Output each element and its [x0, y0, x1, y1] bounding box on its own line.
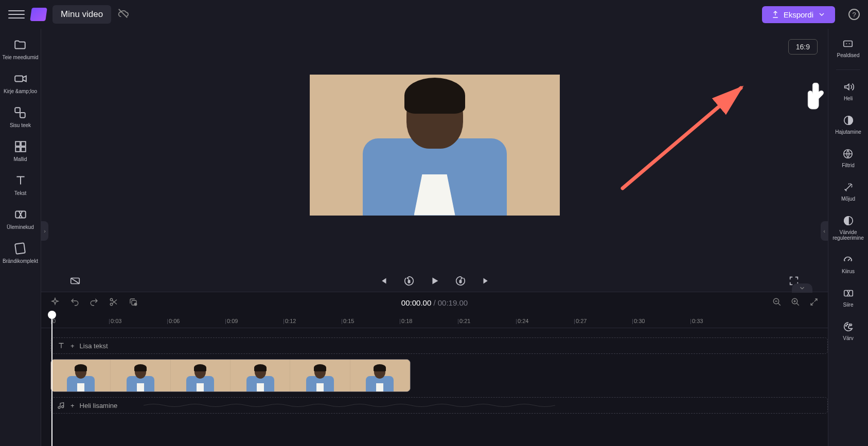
svg-rect-8 — [15, 243, 26, 254]
total-time: 00:19.00 — [438, 298, 468, 307]
svg-rect-2 — [20, 113, 25, 118]
sidebar-label: Hajutamine — [835, 129, 861, 135]
sidebar-label: Tekst — [14, 190, 26, 197]
right-sidebar: Pealdised Heli Hajutamine Filtrid Mõjud … — [828, 29, 868, 446]
audio-track-label: Heli lisamine — [80, 402, 118, 409]
text-track[interactable]: + Lisa tekst — [50, 337, 828, 354]
help-icon[interactable]: ? — [848, 9, 860, 20]
sidebar-label: Heli — [844, 96, 853, 101]
collapse-timeline-icon[interactable] — [792, 283, 812, 293]
skip-end-icon[interactable] — [481, 275, 492, 287]
video-track[interactable] — [50, 359, 828, 392]
sidebar-label: Üleminekud — [7, 224, 34, 230]
collapse-right-panel[interactable]: ‹ — [821, 221, 828, 241]
sidebar-item-color[interactable]: Värv — [843, 321, 854, 341]
sidebar-label: Sisu teek — [10, 122, 31, 129]
zoom-out-icon[interactable] — [772, 297, 782, 309]
ruler-tick: 0:12 — [285, 318, 296, 324]
video-canvas[interactable] — [310, 75, 560, 216]
ruler-tick: 0:06 — [169, 318, 180, 324]
sidebar-item-media[interactable]: Teie meediumid — [2, 38, 38, 61]
center-panel: 16:9 5 5 — [41, 29, 828, 446]
svg-text:5: 5 — [408, 279, 410, 284]
ruler-tick: 0:21 — [459, 318, 470, 324]
auto-compose-icon[interactable] — [50, 297, 60, 309]
export-label: Ekspordi — [784, 10, 813, 19]
menu-icon[interactable] — [8, 6, 25, 23]
undo-icon[interactable] — [70, 297, 79, 309]
text-track-label: Lisa tekst — [80, 342, 108, 350]
sidebar-label: Pealdised — [837, 52, 860, 58]
timeline-area: 00:00.00 / 00:19.00 0 0:03 0:06 0:09 0:1… — [41, 292, 828, 446]
sidebar-label: Siire — [843, 302, 853, 308]
sidebar-item-brandkit[interactable]: Brändikomplekt — [3, 242, 38, 264]
svg-rect-19 — [844, 41, 853, 47]
play-icon[interactable] — [429, 275, 440, 287]
svg-point-25 — [847, 324, 848, 325]
skip-start-icon[interactable] — [378, 275, 389, 287]
ruler-tick: 0:30 — [634, 318, 645, 324]
ruler-tick: 0:27 — [576, 318, 587, 324]
svg-rect-5 — [15, 147, 20, 152]
sidebar-label: Brändikomplekt — [3, 258, 38, 264]
svg-point-14 — [110, 303, 113, 306]
sidebar-item-transition[interactable]: Siire — [843, 288, 854, 308]
svg-rect-4 — [21, 141, 26, 146]
audio-track[interactable]: + Heli lisamine — [50, 397, 828, 414]
forward-5-icon[interactable]: 5 — [455, 275, 466, 287]
ruler-tick: 0:15 — [343, 318, 354, 324]
sidebar-item-effects[interactable]: Mõjud — [841, 182, 855, 202]
sidebar-item-templates[interactable]: Mallid — [13, 140, 27, 163]
sidebar-item-captions[interactable]: Pealdised — [837, 38, 860, 58]
redo-icon[interactable] — [90, 297, 99, 309]
split-icon[interactable] — [109, 297, 118, 309]
sidebar-label: Filtrid — [842, 163, 854, 168]
timeline-toolbar: 00:00.00 / 00:19.00 — [41, 292, 828, 314]
timeline-time: 00:00.00 / 00:19.00 — [401, 298, 468, 308]
ruler-tick: 0:24 — [518, 318, 528, 324]
svg-point-26 — [849, 324, 850, 325]
export-button[interactable]: Ekspordi — [762, 6, 835, 23]
svg-rect-6 — [21, 147, 26, 152]
sidebar-item-record[interactable]: Kirje &amp;loo — [4, 72, 37, 95]
annotation-arrow — [617, 80, 751, 199]
sidebar-label: Värvide reguleerimine — [830, 229, 866, 241]
sidebar-item-speed[interactable]: Kiirus — [842, 254, 855, 274]
copy-icon[interactable] — [129, 297, 138, 309]
ruler-tick: 0:18 — [401, 318, 412, 324]
aspect-ratio-button[interactable]: 16:9 — [788, 39, 818, 55]
sidebar-item-transitions[interactable]: Üleminekud — [7, 208, 34, 230]
sidebar-item-color-adjust[interactable]: Värvide reguleerimine — [830, 215, 866, 241]
sidebar-item-fade[interactable]: Hajutamine — [835, 115, 861, 135]
project-title[interactable]: Minu video — [52, 5, 111, 24]
video-clip[interactable] — [50, 359, 411, 392]
sidebar-label: Kirje &amp;loo — [4, 88, 37, 95]
sidebar-label: Teie meediumid — [2, 55, 38, 61]
preview-toggle-icon[interactable] — [69, 275, 81, 287]
svg-rect-3 — [15, 141, 20, 146]
svg-rect-1 — [15, 108, 21, 113]
preview-stage: 16:9 — [41, 29, 828, 266]
sidebar-item-text[interactable]: Tekst — [14, 174, 27, 197]
cloud-off-icon[interactable] — [117, 8, 129, 21]
sidebar-label: Kiirus — [842, 269, 855, 274]
ruler-tick: 0:03 — [111, 318, 121, 324]
app-logo — [30, 8, 47, 21]
sidebar-label: Mõjud — [841, 196, 855, 202]
svg-text:5: 5 — [459, 279, 461, 284]
sidebar-label: Mallid — [13, 156, 27, 163]
svg-point-13 — [110, 298, 113, 301]
sidebar-item-filters[interactable]: Filtrid — [842, 148, 854, 168]
playhead[interactable] — [51, 314, 52, 446]
current-time: 00:00.00 — [401, 298, 431, 307]
svg-point-24 — [845, 325, 846, 326]
sidebar-item-content-library[interactable]: Sisu teek — [10, 106, 31, 129]
left-sidebar: Teie meediumid Kirje &amp;loo Sisu teek … — [0, 29, 41, 446]
ruler-tick: 0:33 — [692, 318, 703, 324]
zoom-in-icon[interactable] — [791, 297, 800, 309]
rewind-5-icon[interactable]: 5 — [403, 275, 415, 287]
sidebar-item-audio[interactable]: Heli — [843, 81, 854, 101]
timeline-ruler[interactable]: 0 0:03 0:06 0:09 0:12 0:15 0:18 0:21 0:2… — [41, 314, 828, 328]
top-bar: Minu video Ekspordi ? — [0, 0, 868, 29]
fit-zoom-icon[interactable] — [809, 297, 819, 309]
